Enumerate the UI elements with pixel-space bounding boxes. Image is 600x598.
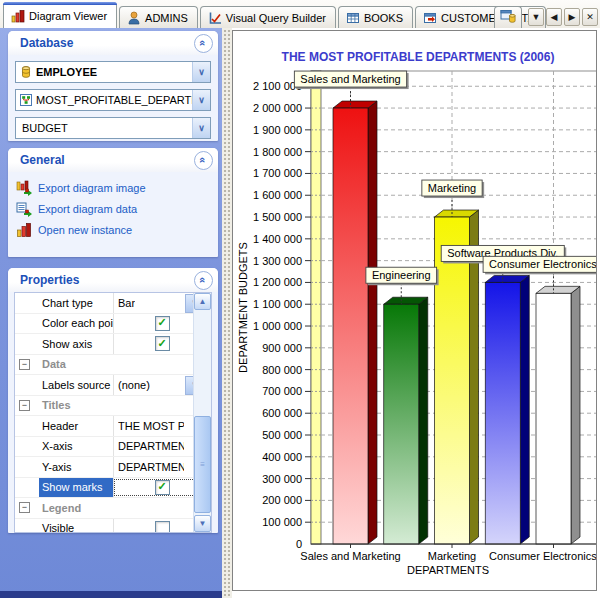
property-row-color-each-point[interactable]: Color each point: [15, 314, 211, 335]
combo-value: BUDGET: [19, 122, 192, 134]
collapse-database-button[interactable]: «: [194, 34, 213, 53]
y-tick-label: 200 000: [262, 494, 302, 506]
scrollbar-up-button[interactable]: ▲: [194, 293, 211, 310]
bar-sales-and-marketing: [333, 101, 377, 544]
property-row-header[interactable]: HeaderTHE MOST PROFITABLE DEPARTMENTS (2…: [15, 416, 211, 437]
property-group-data[interactable]: −Data: [15, 355, 211, 376]
property-row-visible[interactable]: Visible: [15, 519, 211, 534]
property-grid: Chart typeBar∨Color each pointShow axis−…: [14, 292, 212, 533]
tab-bar: Diagram ViewerADMINSVisual Query Builder…: [0, 0, 600, 28]
chart-title: THE MOST PROFITABLE DEPARTMENTS (2006): [282, 50, 555, 64]
database-combo-0[interactable]: EMPLOYEE∨: [15, 61, 211, 83]
y-tick-label: 300 000: [262, 473, 302, 485]
collapse-general-button[interactable]: «: [194, 151, 213, 170]
chevron-up-icon: «: [198, 276, 210, 282]
export-data-icon: [16, 201, 32, 217]
general-panel-title: General: [20, 153, 194, 167]
scrollbar-down-button[interactable]: ▼: [194, 515, 211, 532]
database-combo-1[interactable]: MOST_PROFITABLE_DEPARTMENTS∨: [15, 89, 211, 111]
axis-wall: [311, 71, 321, 544]
properties-panel: Properties « Chart typeBar∨Color each po…: [8, 268, 218, 533]
x-tick-label: Sales and Marketing: [300, 550, 400, 562]
property-row-chart-type[interactable]: Chart typeBar∨: [15, 293, 211, 314]
tab-admins[interactable]: ADMINS: [119, 6, 198, 28]
new-instance-icon: [16, 222, 32, 238]
x-tick-label: Consumer Electronics Div.: [489, 550, 596, 562]
value-text: DEPARTMENT BUDGETS: [118, 461, 184, 473]
checkbox-checked[interactable]: [155, 336, 170, 351]
combo-dropdown-button[interactable]: ∨: [192, 62, 210, 82]
row-indent: [15, 437, 39, 457]
window-arrow-icon: [423, 11, 437, 25]
chevron-up-icon: «: [198, 39, 210, 45]
property-row-y-axis[interactable]: Y-axisDEPARTMENT BUDGETS: [15, 457, 211, 478]
tab-strip: Diagram ViewerADMINSVisual Query Builder…: [3, 2, 546, 28]
property-value[interactable]: [113, 355, 205, 375]
row-indent: [15, 478, 39, 498]
window-list-button[interactable]: [494, 6, 522, 28]
property-value[interactable]: [113, 396, 205, 416]
property-row-labels-source[interactable]: Labels source(none)∨: [15, 375, 211, 396]
tab-books[interactable]: BOOKS: [338, 6, 413, 28]
property-row-x-axis[interactable]: X-axisDEPARTMENTS: [15, 437, 211, 458]
link-export-diagram-data[interactable]: Export diagram data: [16, 201, 218, 217]
x-axis-title: DEPARTMENTS: [407, 564, 489, 576]
point-mark-label: Sales and Marketing: [300, 73, 400, 85]
query-builder-icon: [208, 11, 222, 25]
view-icon: [19, 93, 33, 107]
scroll-tabs-left-button[interactable]: ◀: [546, 8, 562, 26]
property-label: Titles: [39, 396, 113, 416]
tab-diagram-viewer[interactable]: Diagram Viewer: [3, 2, 117, 28]
scrollbar-thumb[interactable]: ≡: [194, 416, 211, 513]
property-value[interactable]: [113, 498, 205, 518]
value-text: Bar: [118, 297, 135, 309]
value-text: (none): [118, 379, 150, 391]
row-indent: [15, 334, 39, 354]
property-group-legend[interactable]: −Legend: [15, 498, 211, 519]
properties-scrollbar[interactable]: ▲ ≡ ▼: [193, 293, 211, 532]
sidebar: Database « EMPLOYEE∨MOST_PROFITABLE_DEPA…: [0, 28, 222, 598]
property-label: Legend: [39, 498, 113, 518]
checkbox-checked[interactable]: [155, 480, 170, 495]
splitter[interactable]: [222, 28, 232, 598]
window-db-icon: [500, 9, 516, 26]
property-row-show-marks[interactable]: Show marks: [15, 478, 211, 499]
collapse-group-icon[interactable]: −: [19, 359, 30, 370]
link-export-diagram-image[interactable]: Export diagram image: [16, 180, 218, 196]
database-combo-2[interactable]: BUDGET∨: [15, 117, 211, 139]
collapse-group-icon[interactable]: −: [19, 502, 30, 513]
property-row-show-axis[interactable]: Show axis: [15, 334, 211, 355]
property-group-titles[interactable]: −Titles: [15, 396, 211, 417]
collapse-properties-button[interactable]: «: [194, 271, 213, 290]
scroll-tabs-right-button[interactable]: ▶: [564, 8, 580, 26]
checkbox-unchecked[interactable]: [155, 521, 170, 533]
collapse-group-icon[interactable]: −: [19, 400, 30, 411]
row-indent: [15, 457, 39, 477]
tab-label: ADMINS: [145, 12, 188, 24]
link-open-new-instance[interactable]: Open new instance: [16, 222, 218, 238]
point-mark-label: Consumer Electronics Div.: [489, 258, 596, 270]
row-indent: −: [15, 498, 39, 518]
tab-label: BOOKS: [364, 12, 403, 24]
y-tick-label: 1 400 000: [253, 233, 302, 245]
link-label: Export diagram image: [38, 182, 146, 194]
tab-controls: ▼ ◀ ▶ ✕: [494, 4, 598, 26]
y-tick-label: 2 000 000: [253, 102, 302, 114]
property-label: Show axis: [39, 334, 113, 354]
combo-dropdown-button[interactable]: ∨: [192, 90, 210, 110]
row-indent: [15, 293, 39, 313]
combo-dropdown-button[interactable]: ∨: [192, 118, 210, 138]
general-panel-body: Export diagram imageExport diagram dataO…: [8, 172, 218, 238]
point-mark-label: Engineering: [372, 269, 431, 281]
tab-menu-button[interactable]: ▼: [528, 8, 544, 26]
tab-visual-query-builder[interactable]: Visual Query Builder: [200, 6, 336, 28]
close-tab-button[interactable]: ✕: [582, 8, 598, 26]
y-tick-label: 400 000: [262, 451, 302, 463]
export-image-icon: [16, 180, 32, 196]
y-tick-label: 1 600 000: [253, 189, 302, 201]
y-tick-label: 1 100 000: [253, 298, 302, 310]
row-indent: −: [15, 396, 39, 416]
database-icon: [19, 65, 33, 79]
checkbox-checked[interactable]: [155, 316, 170, 331]
bar-chart-icon: [11, 9, 25, 23]
